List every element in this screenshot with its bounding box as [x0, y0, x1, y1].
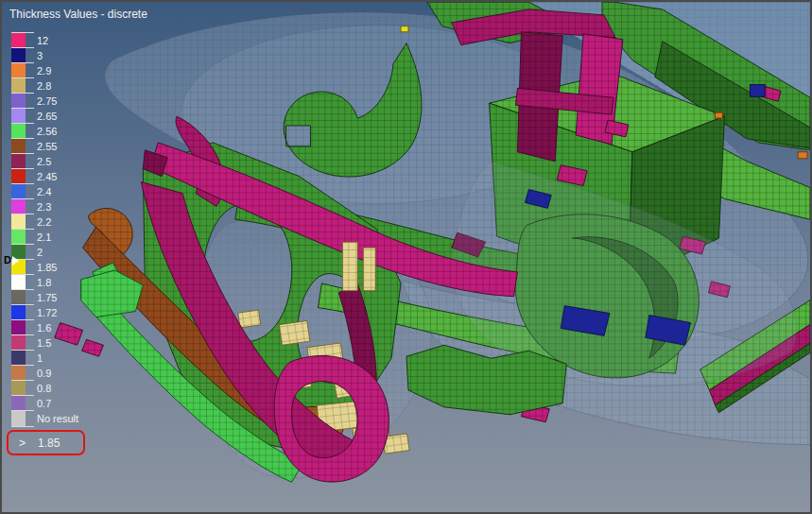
legend-color-swatch[interactable]: [11, 48, 26, 63]
legend-color-swatch[interactable]: [11, 351, 26, 366]
legend-color-swatch[interactable]: [11, 366, 26, 381]
legend-color-swatch[interactable]: [11, 78, 26, 94]
legend-tick: [11, 47, 34, 48]
legend-value-label: No result: [37, 411, 78, 426]
legend-item[interactable]: 0.9: [11, 366, 115, 381]
legend-value-label: 0.8: [37, 381, 51, 396]
legend-value-label: 1.8: [37, 275, 51, 290]
3d-viewport[interactable]: Thickness Values - discrete 1232.92.82.7…: [2, 2, 810, 512]
legend-item[interactable]: 1.85: [11, 260, 115, 275]
legend-color-swatch[interactable]: [11, 411, 26, 426]
viewport-frame: Thickness Values - discrete 1232.92.82.7…: [0, 0, 812, 514]
legend-color-swatch[interactable]: [11, 124, 26, 139]
legend-item[interactable]: 1.72: [11, 305, 115, 320]
legend-item[interactable]: 1.6: [11, 320, 115, 335]
legend-item[interactable]: 12: [11, 33, 115, 48]
legend-tick: [11, 304, 34, 305]
legend-item[interactable]: No result: [11, 411, 115, 426]
legend-color-swatch[interactable]: [11, 184, 26, 199]
legend-tick: [11, 108, 34, 109]
legend-tick: [11, 198, 34, 199]
legend-tick: [11, 153, 34, 154]
legend-item[interactable]: 2.1: [11, 230, 115, 245]
legend-value-label: 12: [37, 33, 48, 48]
legend-color-swatch[interactable]: [11, 214, 26, 230]
legend-item[interactable]: 0.7: [11, 396, 115, 411]
legend-item[interactable]: 0.8: [11, 381, 115, 396]
legend-tick: [11, 123, 34, 124]
threshold-value: 1.85: [38, 437, 60, 450]
legend-value-label: 2.5: [37, 154, 51, 169]
legend-item[interactable]: 2.5: [11, 154, 115, 169]
legend-tick: [11, 244, 34, 245]
legend-item[interactable]: 2.4: [11, 184, 115, 199]
legend-value-label: 2.1: [37, 230, 51, 245]
legend-color-swatch[interactable]: [11, 320, 26, 335]
legend-tick: [11, 319, 34, 320]
legend-value-label: 2.4: [37, 184, 51, 199]
legend-value-label: 2: [37, 245, 43, 260]
legend-tick: [11, 426, 34, 427]
legend-color-swatch[interactable]: [11, 305, 26, 320]
threshold-operator: >: [19, 437, 26, 450]
legend-value-label: 1.72: [37, 305, 57, 320]
legend-item[interactable]: 2.3: [11, 199, 115, 214]
legend-tick: [11, 395, 34, 396]
legend-item[interactable]: 1.75: [11, 290, 115, 305]
legend-item[interactable]: 1.8: [11, 275, 115, 290]
legend-item[interactable]: 2.55: [11, 139, 115, 154]
legend-item[interactable]: 3: [11, 48, 115, 63]
legend-color-swatch[interactable]: [11, 396, 26, 411]
legend-tick: [11, 289, 34, 290]
legend-color-swatch[interactable]: [11, 275, 26, 290]
legend-value-label: 2.65: [37, 109, 57, 124]
legend-color-swatch[interactable]: [11, 169, 26, 184]
legend-item[interactable]: 2.9: [11, 63, 115, 78]
legend-value-label: 1.85: [37, 260, 57, 275]
legend-tick: [11, 168, 34, 169]
legend-color-swatch[interactable]: [11, 290, 26, 305]
legend-value-label: 2.8: [37, 78, 51, 94]
legend-color-swatch[interactable]: [11, 139, 26, 154]
threshold-filter-annotation[interactable]: > 1.85: [7, 430, 85, 455]
legend-tick: [11, 183, 34, 184]
legend-value-label: 1.75: [37, 290, 57, 305]
legend-color-swatch[interactable]: [11, 109, 26, 124]
legend-color-swatch[interactable]: [11, 33, 26, 48]
legend-value-label: 2.9: [37, 63, 51, 78]
legend-tick: [11, 93, 34, 94]
legend-tick: [11, 350, 34, 351]
default-marker-arrow-icon: [12, 256, 19, 266]
legend-tick: [11, 274, 34, 275]
legend-color-swatch[interactable]: [11, 94, 26, 109]
legend-value-label: 2.56: [37, 124, 57, 139]
legend-color-swatch[interactable]: [11, 230, 26, 245]
legend-item[interactable]: 2.75: [11, 94, 115, 109]
legend-item[interactable]: 2: [11, 245, 115, 260]
legend-value-label: 3: [37, 48, 43, 63]
legend-tick: [11, 334, 34, 335]
legend-color-swatch[interactable]: [11, 335, 26, 351]
legend-item[interactable]: 1.5: [11, 335, 115, 351]
legend-color-swatch[interactable]: [11, 381, 26, 396]
legend-rows: 1232.92.82.752.652.562.552.52.452.42.32.…: [11, 33, 115, 426]
legend-item[interactable]: 2.2: [11, 214, 115, 230]
legend-value-label: 1.6: [37, 320, 51, 335]
legend-tick: [11, 138, 34, 139]
legend-tick: [11, 214, 34, 214]
legend-value-label: 2.2: [37, 214, 51, 230]
legend-item[interactable]: 2.56: [11, 124, 115, 139]
legend-value-label: 1.5: [37, 335, 51, 351]
legend-tick: [11, 32, 34, 33]
legend-item[interactable]: 1: [11, 351, 115, 366]
legend-color-swatch[interactable]: [11, 199, 26, 214]
legend-color-swatch[interactable]: [11, 63, 26, 78]
legend-item[interactable]: 2.8: [11, 78, 115, 94]
legend-color-swatch[interactable]: [11, 154, 26, 169]
legend-tick: [11, 380, 34, 381]
default-marker-label: D: [4, 254, 11, 266]
legend-value-label: 0.9: [37, 366, 51, 381]
legend-item[interactable]: 2.65: [11, 109, 115, 124]
legend-item[interactable]: 2.45: [11, 169, 115, 184]
default-thickness-marker[interactable]: D: [4, 254, 19, 266]
